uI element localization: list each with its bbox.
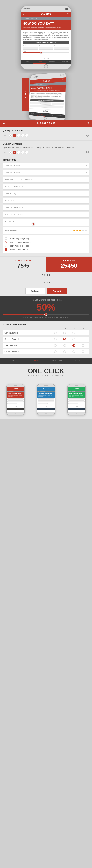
array-radio-3-2[interactable] bbox=[63, 344, 66, 347]
array-radio-2-1[interactable] bbox=[54, 338, 57, 340]
radio-item-1[interactable]: I am eating everything bbox=[5, 237, 87, 240]
pag-prev-1[interactable]: ‹ bbox=[3, 273, 4, 277]
contents-dot-1[interactable]: 1 bbox=[9, 151, 12, 154]
dropdown-field-1[interactable]: Choose an item ▼ bbox=[3, 162, 89, 168]
next-arrow[interactable]: › bbox=[69, 57, 70, 60]
radio-circle-1[interactable] bbox=[5, 237, 7, 240]
rating-dot-1[interactable]: 1 bbox=[9, 134, 12, 137]
bottom-nav-cases[interactable]: CASES bbox=[23, 358, 46, 364]
email-input-field[interactable]: Your email address bbox=[3, 212, 89, 218]
angled-paid[interactable] bbox=[52, 102, 64, 105]
array-radio-1-1[interactable] bbox=[54, 332, 57, 334]
rating-dot-4[interactable]: 4 bbox=[21, 134, 24, 137]
angled-phone[interactable] bbox=[41, 102, 51, 105]
nav-item-contact[interactable]: CONTACT bbox=[59, 60, 72, 64]
dropdown-field-2[interactable]: Choose an item ▼ bbox=[3, 169, 89, 176]
mini-phone-2-top bbox=[37, 384, 55, 386]
nav-item-new[interactable]: NEW bbox=[21, 60, 34, 64]
array-radio-3-1[interactable] bbox=[54, 344, 57, 347]
text-input-5[interactable]: Doo, Oh, very bad bbox=[3, 205, 89, 211]
email-input[interactable] bbox=[23, 46, 38, 50]
text-input-1[interactable]: How this drop down works? bbox=[3, 177, 89, 183]
rating-dot-5[interactable]: 5 bbox=[25, 134, 28, 137]
array-radio-4-1[interactable] bbox=[54, 350, 57, 353]
pag-next-2[interactable]: › bbox=[88, 281, 89, 284]
contents-dot-5[interactable]: 5 bbox=[25, 151, 28, 154]
mini-nav-new-1: NEW bbox=[7, 408, 11, 410]
array-radio-2-4[interactable] bbox=[82, 338, 84, 340]
priority-handle[interactable] bbox=[41, 52, 42, 54]
star-5[interactable]: ★ bbox=[85, 229, 87, 232]
angled-home-btn[interactable] bbox=[44, 117, 47, 120]
array-radio-2-2[interactable] bbox=[63, 338, 66, 340]
angled-prev[interactable]: ‹ bbox=[30, 109, 31, 112]
mini-bottom-2 bbox=[37, 412, 55, 415]
contents-dot-4[interactable]: 4 bbox=[21, 151, 24, 154]
notify-slider-handle[interactable] bbox=[44, 313, 47, 316]
stars-label: Rate Services bbox=[5, 229, 17, 231]
text-input-4[interactable]: Sam, Yes bbox=[3, 198, 89, 204]
pag-prev-2[interactable]: ‹ bbox=[3, 281, 4, 284]
radio-circle-3[interactable] bbox=[5, 245, 7, 247]
angled-email[interactable] bbox=[30, 102, 40, 104]
radio-circle-2[interactable] bbox=[5, 241, 7, 244]
angled-next[interactable]: › bbox=[62, 111, 63, 114]
phone-input[interactable] bbox=[39, 46, 53, 50]
mini-before-2: BEFORE YOU START bbox=[37, 391, 55, 392]
bottom-nav-reports[interactable]: REPORTS bbox=[46, 358, 69, 364]
nav-item-reports[interactable]: REPORTS bbox=[46, 60, 59, 64]
nav-item-cases[interactable]: CASES bbox=[34, 60, 46, 64]
bottom-nav-contact[interactable]: CONTACT bbox=[69, 358, 92, 364]
star-4[interactable]: ★ bbox=[82, 229, 84, 232]
array-radio-3-4[interactable] bbox=[82, 344, 84, 347]
submit-button-2[interactable]: Submit bbox=[47, 288, 67, 294]
star-1[interactable]: ★ bbox=[73, 229, 76, 232]
dropdown-1-arrow: ▼ bbox=[85, 164, 87, 166]
slider-label: Pick Value bbox=[5, 220, 87, 223]
angled-back-icon[interactable]: ← bbox=[31, 81, 33, 83]
checkbox-1[interactable]: ✓ bbox=[5, 248, 7, 251]
dropdown-2-text: Choose an item bbox=[5, 171, 20, 174]
feedback-title: Feedback bbox=[37, 121, 55, 125]
star-2[interactable]: ★ bbox=[76, 229, 78, 232]
pag-next-1[interactable]: › bbox=[88, 273, 89, 277]
slider-track[interactable] bbox=[5, 223, 87, 224]
radio-item-3[interactable]: I don't want to disclose bbox=[5, 244, 87, 248]
quality-rating-row: Low 1 2 3 4 5 High bbox=[3, 134, 89, 137]
quality-low-label: Low bbox=[3, 134, 7, 136]
angled-priority[interactable] bbox=[30, 105, 63, 108]
priority-slider[interactable] bbox=[23, 53, 69, 53]
array-radio-1-3[interactable] bbox=[73, 332, 75, 334]
array-radio-2-3[interactable] bbox=[73, 338, 75, 340]
contents-dot-3[interactable]: 3 bbox=[17, 151, 20, 154]
array-radio-3-3[interactable] bbox=[73, 344, 75, 347]
feedback-share-icon[interactable]: ⇪ bbox=[87, 122, 89, 125]
star-3[interactable]: ★ bbox=[79, 229, 81, 232]
array-radio-4-4[interactable] bbox=[82, 350, 84, 353]
array-radio-4-2[interactable] bbox=[63, 350, 66, 353]
rating-dot-2[interactable]: 2 bbox=[13, 134, 16, 137]
rating-dot-3[interactable]: 3 bbox=[17, 134, 20, 137]
radio-item-2[interactable]: Nope, I am eating normal bbox=[5, 240, 87, 244]
text-input-2[interactable]: Sam, I dunno buddy bbox=[3, 184, 89, 189]
slider-handle[interactable] bbox=[32, 223, 35, 225]
contents-dot-2[interactable]: 2 bbox=[13, 151, 16, 154]
notify-slider[interactable] bbox=[3, 314, 89, 315]
submit-button-1[interactable]: Submit bbox=[25, 288, 45, 294]
array-radio-4-3[interactable] bbox=[73, 350, 75, 353]
back-icon[interactable]: ← bbox=[22, 13, 26, 16]
home-button[interactable] bbox=[44, 64, 48, 68]
array-radio-1-2[interactable] bbox=[63, 332, 66, 334]
prev-arrow[interactable]: ‹ bbox=[22, 57, 23, 60]
angled-nav-new[interactable]: NEW bbox=[29, 112, 37, 116]
stars-container[interactable]: ★ ★ ★ ★ ★ bbox=[73, 229, 87, 232]
paid-input[interactable] bbox=[54, 46, 69, 50]
array-radio-1-4[interactable] bbox=[82, 332, 84, 334]
text-input-3[interactable]: Doe, Really? bbox=[3, 191, 89, 196]
angled-carrier: CARRIER bbox=[32, 76, 38, 78]
check-item-1[interactable]: ✓ I would prefer letter on... bbox=[5, 248, 87, 251]
feedback-back-icon[interactable]: ← bbox=[3, 122, 6, 125]
bottom-nav-new[interactable]: NEW bbox=[0, 358, 23, 364]
share-icon[interactable]: ⇪ bbox=[67, 13, 70, 16]
angled-share-icon[interactable]: ⇪ bbox=[62, 79, 64, 81]
